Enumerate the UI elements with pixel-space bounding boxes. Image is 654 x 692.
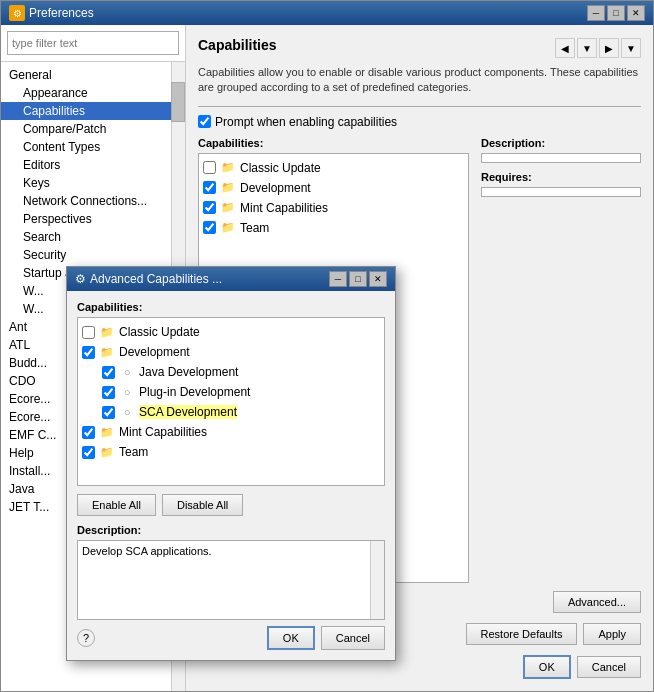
sidebar-item-keys[interactable]: Keys [1,174,171,192]
dlg-cap-java-check[interactable] [102,366,115,379]
titlebar-controls: ─ □ ✕ [587,5,645,21]
cap-classic-update-check[interactable] [203,161,216,174]
prompt-checkbox[interactable] [198,115,211,128]
cap-development[interactable]: 📁 Development [203,178,464,198]
sidebar-item-editors[interactable]: Editors [1,156,171,174]
dialog-close-button[interactable]: ✕ [369,271,387,287]
cap-development-check[interactable] [203,181,216,194]
dialog-caps-list: 📁 Classic Update 📁 Development ○ Java De… [77,317,385,486]
sidebar-item-appearance[interactable]: Appearance [1,84,171,102]
back-dropdown-button[interactable]: ▼ [577,38,597,58]
dlg-circle-java: ○ [119,364,135,380]
folder-icon-development: 📁 [220,180,236,196]
forward-button[interactable]: ▶ [599,38,619,58]
titlebar-title: Preferences [29,6,94,20]
dlg-cap-mint[interactable]: 📁 Mint Capabilities [82,422,380,442]
sidebar-item-general[interactable]: General [1,66,171,84]
dialog-caps-label: Capabilities: [77,301,385,313]
panel-title: Capabilities [198,37,277,53]
titlebar: ⚙ Preferences ─ □ ✕ [1,1,653,25]
dlg-cap-development-label: Development [119,345,190,359]
restore-defaults-button[interactable]: Restore Defaults [466,623,578,645]
advanced-button[interactable]: Advanced... [553,591,641,613]
folder-icon-team: 📁 [220,220,236,236]
sidebar-item-security[interactable]: Security [1,246,171,264]
sidebar-item-compare-patch[interactable]: Compare/Patch [1,120,171,138]
right-top-nav: Capabilities ◀ ▼ ▶ ▼ [198,37,641,59]
sidebar-item-perspectives[interactable]: Perspectives [1,210,171,228]
dlg-cap-java[interactable]: ○ Java Development [82,362,380,382]
dlg-circle-sca: ○ [119,404,135,420]
dialog-minimize-button[interactable]: ─ [329,271,347,287]
dlg-cap-sca[interactable]: ○ SCA Development [82,402,380,422]
dlg-cap-development[interactable]: 📁 Development [82,342,380,362]
dlg-cap-sca-check[interactable] [102,406,115,419]
dlg-cap-team[interactable]: 📁 Team [82,442,380,462]
dlg-cap-team-label: Team [119,445,148,459]
dlg-folder-development: 📁 [99,344,115,360]
dialog-restore-button[interactable]: □ [349,271,367,287]
ok-button[interactable]: OK [523,655,571,679]
preferences-icon: ⚙ [9,5,25,21]
dlg-cap-plugin[interactable]: ○ Plug-in Development [82,382,380,402]
dlg-cap-plugin-label: Plug-in Development [139,385,250,399]
cap-team-label: Team [240,221,269,235]
requires-panel: Requires: [481,171,641,197]
dlg-cap-classic[interactable]: 📁 Classic Update [82,322,380,342]
minimize-button[interactable]: ─ [587,5,605,21]
titlebar-left: ⚙ Preferences [9,5,94,21]
prompt-checkbox-row: Prompt when enabling capabilities [198,115,641,129]
cap-team-check[interactable] [203,221,216,234]
description-box [481,153,641,163]
cap-mint-label: Mint Capabilities [240,201,328,215]
dlg-cap-mint-check[interactable] [82,426,95,439]
dialog-desc-label: Description: [77,524,385,536]
dialog-disable-all-button[interactable]: Disable All [162,494,243,516]
cap-mint-check[interactable] [203,201,216,214]
dlg-cap-sca-label: SCA Development [139,405,237,419]
forward-dropdown-button[interactable]: ▼ [621,38,641,58]
dialog-desc-scrollbar[interactable] [370,541,384,619]
dialog-enable-all-button[interactable]: Enable All [77,494,156,516]
dialog-title-text: Advanced Capabilities ... [90,272,222,286]
main-window: ⚙ Preferences ─ □ ✕ General Appearance C… [0,0,654,692]
cap-development-label: Development [240,181,311,195]
maximize-button[interactable]: □ [607,5,625,21]
dialog-icon: ⚙ [75,272,86,286]
cap-classic-update[interactable]: 📁 Classic Update [203,158,464,178]
capabilities-list-label: Capabilities: [198,137,469,149]
sidebar-item-content-types[interactable]: Content Types [1,138,171,156]
sidebar-item-search[interactable]: Search [1,228,171,246]
sidebar-scroll-thumb[interactable] [171,82,185,122]
sidebar-item-capabilities[interactable]: Capabilities [1,102,171,120]
description-label: Description: [481,137,641,149]
dlg-cap-classic-check[interactable] [82,326,95,339]
sidebar-item-network-connections[interactable]: Network Connections... [1,192,171,210]
close-button[interactable]: ✕ [627,5,645,21]
dialog-desc-box: Develop SCA applications. [77,540,385,620]
search-input[interactable] [7,31,179,55]
requires-box [481,187,641,197]
dlg-cap-development-check[interactable] [82,346,95,359]
apply-button[interactable]: Apply [583,623,641,645]
folder-icon-classic: 📁 [220,160,236,176]
dialog-titlebar: ⚙ Advanced Capabilities ... ─ □ ✕ [67,267,395,291]
prompt-checkbox-label: Prompt when enabling capabilities [215,115,397,129]
cap-mint[interactable]: 📁 Mint Capabilities [203,198,464,218]
dlg-cap-team-check[interactable] [82,446,95,459]
dialog-desc-text: Develop SCA applications. [82,545,212,557]
help-icon[interactable]: ? [77,629,95,647]
dialog-ok-button[interactable]: OK [267,626,315,650]
dialog-content: Capabilities: 📁 Classic Update 📁 Develop… [67,291,395,660]
dlg-cap-java-label: Java Development [139,365,238,379]
right-info-panels: Description: Requires: [481,137,641,583]
dialog-ok-cancel: OK Cancel [267,626,385,650]
dialog-enable-disable-row: Enable All Disable All [77,494,385,516]
dlg-folder-team: 📁 [99,444,115,460]
panel-description: Capabilities allow you to enable or disa… [198,65,641,96]
cancel-button[interactable]: Cancel [577,656,641,678]
dialog-cancel-button[interactable]: Cancel [321,626,385,650]
dlg-cap-plugin-check[interactable] [102,386,115,399]
back-button[interactable]: ◀ [555,38,575,58]
cap-team[interactable]: 📁 Team [203,218,464,238]
